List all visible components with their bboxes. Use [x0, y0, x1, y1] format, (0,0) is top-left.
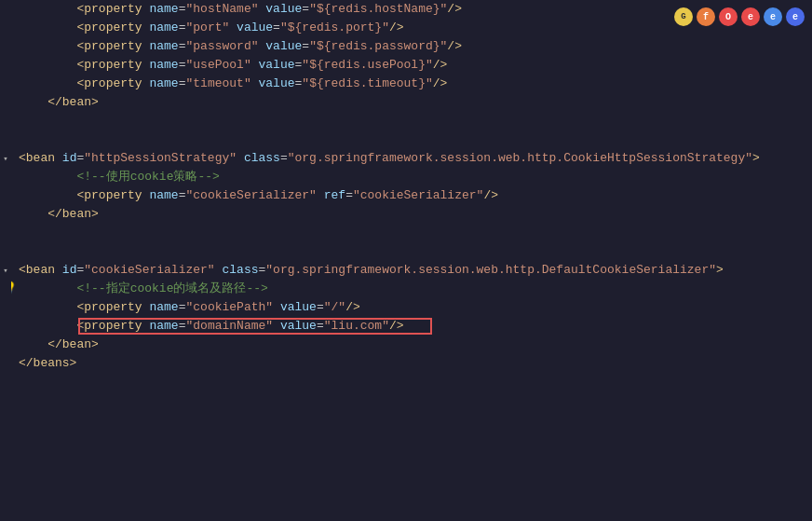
code-line-15: <bean id="cookieSerializer" class="org.s… [11, 261, 812, 280]
chrome-icon[interactable]: G [674, 7, 693, 26]
editor-area: G f O e e e ▾ ▾ < [0, 0, 812, 521]
fold-17 [0, 298, 11, 317]
code-line-16: 💡 <!--指定cookie的域名及路径--> [11, 280, 812, 298]
fold-2 [0, 19, 11, 37]
fold-18 [0, 317, 11, 336]
fold-13 [0, 224, 11, 242]
fold-14 [0, 242, 11, 261]
code-line-19: </bean> [11, 336, 812, 354]
code-line-13 [11, 224, 812, 242]
fold-7 [0, 112, 11, 130]
fold-1 [0, 0, 11, 19]
fold-4 [0, 56, 11, 75]
bulb-icon: 💡 [11, 280, 17, 298]
fold-6 [0, 93, 11, 112]
opera-icon[interactable]: O [719, 7, 738, 26]
chrome2-icon[interactable]: e [786, 7, 805, 26]
firefox-icon[interactable]: f [697, 7, 715, 26]
fold-11 [0, 186, 11, 205]
fold-10 [0, 168, 11, 186]
fold-8 [0, 130, 11, 149]
fold-16 [0, 280, 11, 298]
fold-19 [0, 336, 11, 354]
code-line-8 [11, 130, 812, 149]
code-line-6: </bean> [11, 93, 812, 112]
code-line-7 [11, 112, 812, 130]
code-line-9: <bean id="httpSessionStrategy" class="or… [11, 149, 812, 168]
code-line-5: <property name="timeout" value="${redis.… [11, 75, 812, 93]
code-line-12: </bean> [11, 205, 812, 224]
fold-5 [0, 75, 11, 93]
code-line-3: <property name="password" value="${redis… [11, 37, 812, 56]
fold-3 [0, 37, 11, 56]
fold-9[interactable]: ▾ [0, 149, 11, 168]
code-line-14 [11, 242, 812, 261]
ie-icon[interactable]: e [741, 7, 760, 26]
browser-toolbar: G f O e e e [674, 7, 805, 26]
code-line-4: <property name="usePool" value="${redis.… [11, 56, 812, 75]
code-line-10: <!--使用cookie策略--> [11, 168, 812, 186]
fold-15[interactable]: ▾ [0, 261, 11, 280]
code-line-11: <property name="cookieSerializer" ref="c… [11, 186, 812, 205]
code-line-20: </beans> [11, 354, 812, 373]
code-line-18: <property name="domainName" value="liu.c… [11, 317, 812, 336]
code-editor[interactable]: <property name="hostName" value="${redis… [11, 0, 812, 521]
fold-20 [0, 354, 11, 373]
fold-12 [0, 205, 11, 224]
code-line-17: <property name="cookiePath" value="/"/> [11, 298, 812, 317]
edge-icon[interactable]: e [764, 7, 782, 26]
fold-gutter: ▾ ▾ [0, 0, 11, 521]
